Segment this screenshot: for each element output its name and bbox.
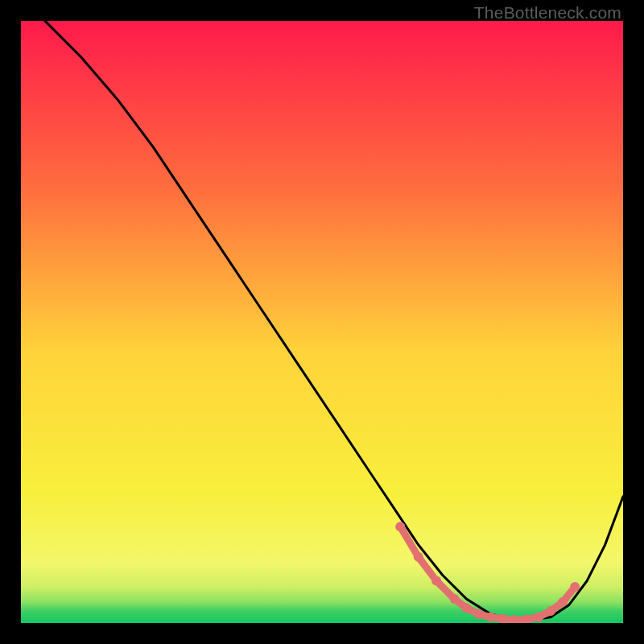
valley-dot <box>395 522 405 531</box>
chart-frame <box>21 21 623 623</box>
valley-dot <box>450 594 460 604</box>
valley-dot <box>558 597 568 607</box>
valley-dot <box>431 576 441 586</box>
valley-dot <box>474 609 484 619</box>
valley-dot <box>485 613 495 622</box>
watermark-text: TheBottleneck.com <box>474 3 621 23</box>
valley-dot <box>546 606 555 616</box>
bottleneck-chart <box>21 21 623 623</box>
gradient-background <box>21 21 623 623</box>
valley-dot <box>414 552 423 562</box>
valley-dot <box>462 603 472 613</box>
valley-dot <box>570 582 580 592</box>
valley-dot <box>534 613 543 622</box>
